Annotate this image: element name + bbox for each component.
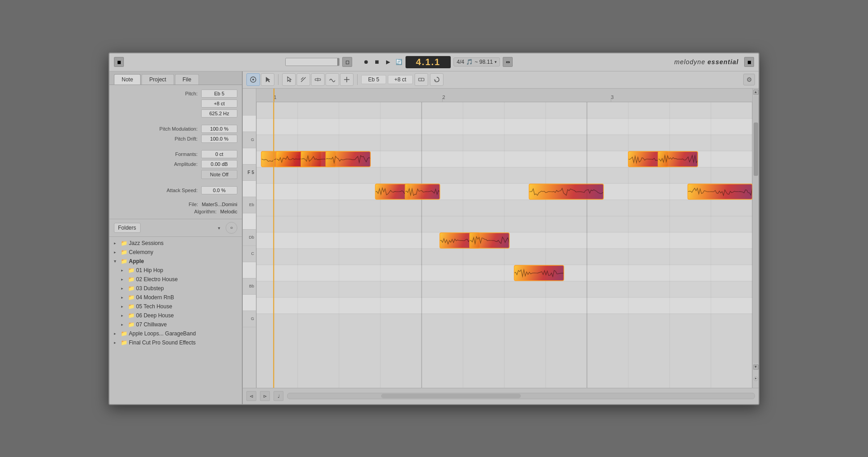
- tree-item-10[interactable]: ▸📁Apple Loops... GarageBand: [109, 329, 242, 338]
- window-menu-button[interactable]: ◼: [114, 57, 124, 67]
- pitch-drift-row: Pitch Drift: 100.0 %: [114, 135, 237, 143]
- piano-key-db5[interactable]: Db: [243, 230, 256, 246]
- tree-item-8[interactable]: ▸📁06 Deep House: [109, 311, 242, 320]
- piano-key-eb5[interactable]: Eb: [243, 197, 256, 213]
- tab-project[interactable]: Project: [142, 74, 174, 85]
- tool-pointer-button[interactable]: [282, 73, 296, 86]
- ruler-line-3: [611, 98, 611, 102]
- piano-key-c5[interactable]: C: [243, 246, 256, 262]
- piano-key-e5[interactable]: [243, 181, 256, 197]
- stop-mode-button[interactable]: ◻: [342, 57, 352, 67]
- tree-item-1[interactable]: ▸📁Celemony: [109, 248, 242, 257]
- hz-value[interactable]: 625.2 Hz: [201, 109, 237, 118]
- reset-button[interactable]: [430, 73, 443, 86]
- scroll-up-button[interactable]: ▲: [753, 90, 759, 95]
- piano-key-d5[interactable]: [243, 213, 256, 230]
- piano-key-fs6[interactable]: [243, 148, 256, 165]
- browser-icon-button[interactable]: ○: [226, 222, 237, 234]
- piano-key-ab6[interactable]: [243, 116, 256, 132]
- scroll-track-vertical[interactable]: [753, 96, 759, 363]
- folders-dropdown[interactable]: Folders: [114, 223, 141, 233]
- scroll-track-horizontal[interactable]: [287, 393, 755, 399]
- loop-end-button[interactable]: ⊳: [260, 391, 270, 401]
- piano-key-g6[interactable]: G: [243, 132, 256, 148]
- folder-icon-1: 📁: [121, 249, 127, 255]
- tree-item-9[interactable]: ▸📁07 Chillwave: [109, 320, 242, 329]
- tree-item-4[interactable]: ▸📁02 Electro House: [109, 275, 242, 284]
- tree-item-3[interactable]: ▸📁01 Hip Hop: [109, 266, 242, 275]
- toolbar-separator-2: [357, 74, 358, 85]
- tree-item-7[interactable]: ▸📁05 Tech House: [109, 302, 242, 311]
- tree-label-1: Celemony: [129, 249, 153, 255]
- window-resize-button[interactable]: ◼: [744, 57, 754, 67]
- folders-dropdown-wrapper: Folders: [114, 223, 223, 233]
- loop-start-button[interactable]: ⊲: [246, 391, 256, 401]
- svg-line-2: [301, 77, 306, 82]
- piano-key-g4[interactable]: G: [243, 311, 256, 327]
- pitch-snap-button[interactable]: [415, 73, 428, 86]
- zoom-button[interactable]: ⇔: [503, 57, 513, 67]
- folder-icon-3: 📁: [128, 267, 135, 273]
- tree-label-3: 01 Hip Hop: [136, 267, 163, 273]
- tempo-arrow: ▾: [495, 60, 497, 64]
- metronome-button[interactable]: ♩: [274, 391, 283, 401]
- tool-time-button[interactable]: [311, 73, 325, 86]
- pitch-drift-label: Pitch Drift:: [152, 136, 198, 141]
- scroll-thumb-vertical: [754, 122, 758, 176]
- formants-value[interactable]: 0 ct: [201, 150, 237, 158]
- tree-label-8: 06 Deep House: [136, 312, 174, 319]
- roll-area: 1 2 3: [256, 89, 752, 388]
- tree-label-7: 05 Tech House: [136, 303, 172, 310]
- tool-group-edit: [282, 73, 354, 86]
- piano-key-ab4[interactable]: [243, 295, 256, 311]
- svg-point-1: [252, 79, 254, 80]
- tree-item-5[interactable]: ▸📁03 Dubstep: [109, 284, 242, 293]
- transport-slider[interactable]: [285, 58, 340, 66]
- pitch-mod-value[interactable]: 100.0 %: [201, 125, 237, 133]
- settings-button[interactable]: ⚙: [743, 74, 755, 85]
- tool-pitch-button[interactable]: [246, 73, 260, 86]
- piano-keys: G F 5 Eb Db C Bb G: [243, 89, 256, 388]
- record-button[interactable]: ⏺: [362, 58, 370, 66]
- tempo-display: ~ 98.11: [475, 59, 493, 65]
- tool-pitch-edit-button[interactable]: [297, 73, 310, 86]
- scroll-thumb-horizontal: [381, 394, 521, 398]
- tree-label-10: Apple Loops... GarageBand: [129, 330, 196, 337]
- playhead: [274, 89, 274, 102]
- note-off-button[interactable]: Note Off: [201, 170, 237, 179]
- roll-grid[interactable]: [256, 102, 752, 388]
- tool-select-button[interactable]: [261, 73, 274, 86]
- attack-speed-label: Attack Speed:: [152, 188, 198, 193]
- tree-item-6[interactable]: ▸📁04 Modern RnB: [109, 293, 242, 302]
- tab-note[interactable]: Note: [114, 74, 141, 85]
- tree-label-6: 04 Modern RnB: [136, 294, 174, 301]
- stop-button[interactable]: ⏹: [373, 58, 381, 66]
- attack-speed-value[interactable]: 0.0 %: [201, 186, 237, 194]
- play-button[interactable]: ▶: [384, 58, 392, 66]
- algorithm-label: Algorithm:: [171, 209, 217, 214]
- cents-display[interactable]: +8 ct: [388, 75, 413, 84]
- editor-toolbar: Eb 5 +8 ct ⚙: [243, 71, 759, 89]
- piano-key-bb4[interactable]: Bb: [243, 278, 256, 295]
- tree-label-5: 03 Dubstep: [136, 285, 164, 292]
- tab-file[interactable]: File: [175, 74, 199, 85]
- tool-formant-button[interactable]: [326, 73, 339, 86]
- tree-item-2[interactable]: ▾📁Apple: [109, 257, 242, 266]
- piano-key-f5[interactable]: F 5: [243, 165, 256, 181]
- tree-item-0[interactable]: ▸📁Jazz Sessions: [109, 239, 242, 248]
- amplitude-value[interactable]: 0.00 dB: [201, 160, 237, 168]
- note-params: Pitch: Eb 5 +8 ct 625.2 Hz Pitch Modulat…: [109, 85, 242, 219]
- cents-value[interactable]: +8 ct: [201, 99, 237, 108]
- transport-controls: ⏺ ⏹ ▶ 🔄: [362, 58, 403, 66]
- scroll-down-button[interactable]: ▼: [753, 364, 759, 370]
- pitch-value[interactable]: Eb 5: [201, 90, 237, 98]
- tree-item-11[interactable]: ▸📁Final Cut Pro Sound Effects: [109, 338, 242, 347]
- loop-button[interactable]: 🔄: [395, 58, 403, 66]
- tool-amplitude-button[interactable]: [340, 73, 354, 86]
- folder-icon-11: 📁: [121, 339, 127, 346]
- pitch-display[interactable]: Eb 5: [361, 75, 386, 84]
- title-bar-center: ◻ ⏺ ⏹ ▶ 🔄 4.1.1 4/4 🎵 ~ 98.11 ▾ ⇔: [124, 56, 674, 68]
- pitch-drift-value[interactable]: 100.0 %: [201, 135, 237, 143]
- right-scrollbar: ▲ ▼ +: [752, 89, 759, 388]
- piano-key-b4[interactable]: [243, 262, 256, 278]
